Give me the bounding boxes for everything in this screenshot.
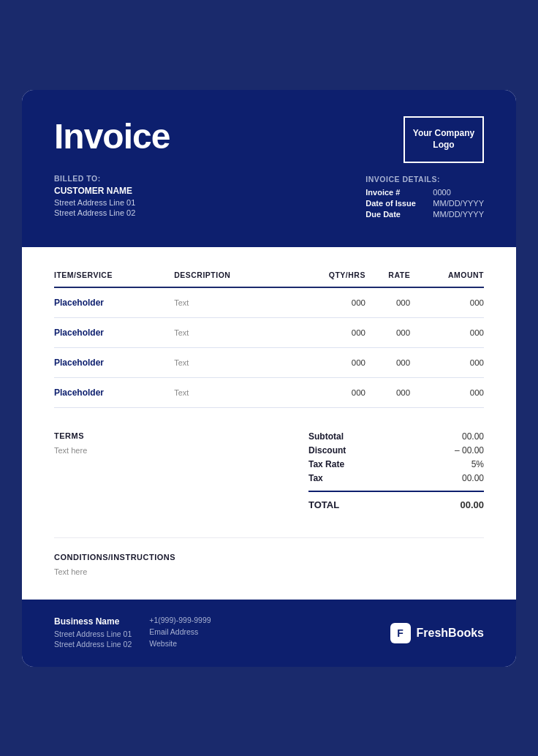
invoice-body: ITEM/SERVICE DESCRIPTION QTY/HRS RATE AM… <box>22 247 516 600</box>
cell-item: Placeholder <box>54 377 174 407</box>
cell-amount: 000 <box>410 317 484 347</box>
terms-section: TERMS Text here <box>54 431 244 455</box>
totals-section: Subtotal 00.00 Discount – 00.00 Tax Rate… <box>308 431 484 514</box>
header-left: Invoice BILLED TO: CUSTOMER NAME Street … <box>54 116 170 219</box>
cell-rate: 000 <box>365 317 410 347</box>
invoice-footer: Business Name Street Address Line 01 Str… <box>22 600 516 667</box>
date-of-issue-label: Date of Issue <box>365 199 424 208</box>
subtotal-row: Subtotal 00.00 <box>308 431 484 442</box>
cell-desc: Text <box>174 377 290 407</box>
cell-amount: 000 <box>410 287 484 318</box>
col-description: DESCRIPTION <box>174 271 290 287</box>
bottom-section: TERMS Text here Subtotal 00.00 Discount … <box>54 431 484 514</box>
footer-website: Website <box>149 639 372 648</box>
terms-text: Text here <box>54 446 244 455</box>
table-row: Placeholder Text 000 000 000 <box>54 287 484 318</box>
date-of-issue-value: MM/DD/YYYY <box>433 199 484 208</box>
discount-label: Discount <box>308 445 346 456</box>
cell-desc: Text <box>174 317 290 347</box>
col-rate: RATE <box>365 271 410 287</box>
col-amount: AMOUNT <box>410 271 484 287</box>
date-of-issue-row: Date of Issue MM/DD/YYYY <box>365 199 484 208</box>
cell-item: Placeholder <box>54 287 174 318</box>
invoice-number-label: Invoice # <box>365 188 424 197</box>
subtotal-value: 00.00 <box>462 431 484 442</box>
discount-row: Discount – 00.00 <box>308 445 484 456</box>
freshbooks-logo: F FreshBooks <box>390 623 484 643</box>
company-logo: Your Company Logo <box>404 116 484 163</box>
col-item: ITEM/SERVICE <box>54 271 174 287</box>
invoice-number-row: Invoice # 0000 <box>365 188 484 197</box>
cell-item: Placeholder <box>54 317 174 347</box>
table-row: Placeholder Text 000 000 000 <box>54 347 484 377</box>
cell-desc: Text <box>174 347 290 377</box>
tax-row: Tax 00.00 <box>308 473 484 483</box>
invoice-details: INVOICE DETAILS: Invoice # 0000 Date of … <box>365 175 484 221</box>
footer-center: +1(999)-999-9999 Email Address Website <box>132 616 390 651</box>
invoice-number-value: 0000 <box>433 188 450 197</box>
billed-section: BILLED TO: CUSTOMER NAME Street Address … <box>54 174 170 217</box>
freshbooks-brand-name: FreshBooks <box>417 627 484 640</box>
customer-name: CUSTOMER NAME <box>54 186 170 196</box>
tax-value: 00.00 <box>462 473 484 483</box>
conditions-text: Text here <box>54 567 484 576</box>
due-date-row: Due Date MM/DD/YYYY <box>365 210 484 219</box>
invoice-header: Invoice BILLED TO: CUSTOMER NAME Street … <box>22 90 516 247</box>
footer-left: Business Name Street Address Line 01 Str… <box>54 616 132 650</box>
tax-rate-row: Tax Rate 5% <box>308 459 484 469</box>
tax-rate-label: Tax Rate <box>308 459 344 469</box>
invoice-details-label: INVOICE DETAILS: <box>365 175 484 184</box>
tax-label: Tax <box>308 473 323 483</box>
cell-qty: 000 <box>290 377 365 407</box>
header-right: Your Company Logo INVOICE DETAILS: Invoi… <box>365 116 484 221</box>
billed-to-label: BILLED TO: <box>54 174 170 183</box>
cell-rate: 000 <box>365 287 410 318</box>
due-date-value: MM/DD/YYYY <box>433 210 484 219</box>
cell-qty: 000 <box>290 347 365 377</box>
total-value: 00.00 <box>460 499 484 510</box>
table-row: Placeholder Text 000 000 000 <box>54 377 484 407</box>
freshbooks-icon: F <box>390 623 411 643</box>
invoice-card: Invoice BILLED TO: CUSTOMER NAME Street … <box>22 90 516 667</box>
tax-rate-value: 5% <box>471 459 484 469</box>
invoice-table: ITEM/SERVICE DESCRIPTION QTY/HRS RATE AM… <box>54 271 484 408</box>
due-date-label: Due Date <box>365 210 424 219</box>
conditions-section: CONDITIONS/INSTRUCTIONS Text here <box>54 537 484 576</box>
cell-rate: 000 <box>365 347 410 377</box>
address-line-1: Street Address Line 01 <box>54 198 170 207</box>
address-line-2: Street Address Line 02 <box>54 208 170 217</box>
cell-qty: 000 <box>290 317 365 347</box>
terms-title: TERMS <box>54 431 244 440</box>
cell-amount: 000 <box>410 347 484 377</box>
cell-rate: 000 <box>365 377 410 407</box>
cell-qty: 000 <box>290 287 365 318</box>
col-qty: QTY/HRS <box>290 271 365 287</box>
footer-email: Email Address <box>149 627 372 636</box>
cell-desc: Text <box>174 287 290 318</box>
subtotal-label: Subtotal <box>308 431 344 442</box>
table-row: Placeholder Text 000 000 000 <box>54 317 484 347</box>
total-row: TOTAL 00.00 <box>308 499 484 510</box>
footer-business-name: Business Name <box>54 616 132 627</box>
page-wrapper: Invoice BILLED TO: CUSTOMER NAME Street … <box>0 0 538 756</box>
cell-amount: 000 <box>410 377 484 407</box>
conditions-title: CONDITIONS/INSTRUCTIONS <box>54 553 484 562</box>
total-label: TOTAL <box>308 499 339 510</box>
footer-right: F FreshBooks <box>390 623 484 643</box>
totals-divider <box>308 491 484 492</box>
footer-address-2: Street Address Line 02 <box>54 640 132 649</box>
footer-address-1: Street Address Line 01 <box>54 630 132 638</box>
invoice-title: Invoice <box>54 116 170 156</box>
discount-value: – 00.00 <box>455 445 484 456</box>
cell-item: Placeholder <box>54 347 174 377</box>
footer-phone: +1(999)-999-9999 <box>149 616 372 624</box>
